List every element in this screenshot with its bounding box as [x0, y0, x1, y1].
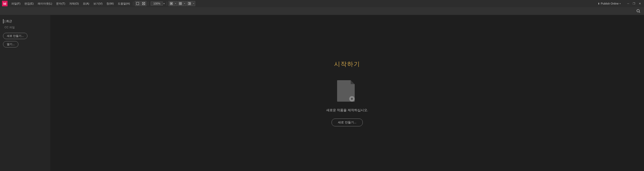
search-icon[interactable]	[635, 8, 642, 15]
close-button[interactable]: ✕	[638, 2, 642, 5]
svg-rect-6	[179, 2, 180, 3]
main-content: 시작하기 + 새로운 작품을 제작하십시오. 새로 만들기...	[50, 15, 644, 171]
separator-2	[148, 2, 148, 6]
new-doc-button[interactable]: 새로 만들기...	[332, 119, 363, 126]
menu-help[interactable]: 도움말(H)	[116, 1, 132, 6]
svg-rect-12	[190, 4, 191, 5]
sidebar-cc-label: CC 파일	[3, 25, 47, 29]
doc-shape: +	[337, 80, 355, 102]
svg-rect-5	[171, 3, 172, 4]
view-mode-2[interactable]: ▾	[178, 1, 186, 6]
view-icon-1-arrow[interactable]: ▾	[174, 1, 177, 6]
menu-bar: Id 파일(F) 편집(E) 레이아웃(L) 문자(T) 개체(O) 표(A) …	[0, 0, 644, 7]
publish-online-button[interactable]: ⬆ Publish Online ▾	[596, 2, 622, 6]
app-icon: Id	[2, 1, 8, 6]
separator-3	[167, 2, 167, 6]
publish-icon: ⬆	[598, 2, 600, 5]
zoom-control[interactable]: 100% ▾	[151, 2, 165, 6]
svg-rect-7	[181, 2, 182, 3]
sidebar-recent-label: | 최근	[3, 19, 47, 23]
zoom-value[interactable]: 100%	[151, 2, 163, 6]
search-area[interactable]	[635, 8, 642, 15]
svg-rect-0	[136, 2, 139, 5]
menu-file[interactable]: 파일(F)	[10, 1, 22, 6]
restore-button[interactable]: ❐	[632, 2, 636, 5]
menu-table[interactable]: 표(A)	[81, 1, 91, 6]
toolbar-row	[0, 7, 644, 15]
frame-icon-1[interactable]	[135, 1, 140, 6]
view-icon-3[interactable]	[187, 1, 192, 6]
svg-rect-11	[190, 2, 191, 3]
menu-bar-right: ⬆ Publish Online ▾ ─ ❐ ✕	[596, 2, 642, 6]
view-mode-1[interactable]: ▾	[169, 1, 177, 6]
menu-text[interactable]: 문자(T)	[54, 1, 67, 6]
minimize-button[interactable]: ─	[626, 2, 630, 5]
menu-view[interactable]: 보기(V)	[92, 1, 104, 6]
svg-point-13	[637, 9, 639, 12]
view-mode-3[interactable]: ▾	[187, 1, 195, 6]
zoom-arrow[interactable]: ▾	[163, 3, 165, 5]
view-icon-1[interactable]	[169, 1, 174, 6]
menu-object[interactable]: 개체(O)	[67, 1, 80, 6]
sidebar-open-button[interactable]: 열기...	[3, 41, 18, 47]
frame-icon-2[interactable]	[141, 1, 146, 6]
plus-badge: +	[349, 96, 355, 102]
new-doc-description: 새로운 작품을 제작하십시오.	[326, 108, 368, 112]
svg-rect-10	[188, 2, 189, 5]
svg-line-14	[639, 12, 640, 13]
window-controls: ─ ❐ ✕	[626, 2, 642, 5]
menu-window[interactable]: 창(W)	[105, 1, 115, 6]
svg-rect-8	[179, 4, 180, 5]
new-doc-icon: +	[337, 80, 357, 103]
svg-rect-9	[181, 4, 182, 5]
separator	[133, 2, 133, 6]
publish-online-label: Publish Online	[601, 2, 619, 5]
view-icon-2-arrow[interactable]: ▾	[183, 1, 186, 6]
doc-corner	[351, 80, 355, 84]
menu-edit[interactable]: 편집(E)	[23, 1, 35, 6]
left-sidebar: | 최근 CC 파일 새로 만들기... 열기...	[0, 15, 50, 171]
menu-layout[interactable]: 레이아웃(L)	[36, 1, 54, 6]
view-icon-3-arrow[interactable]: ▾	[192, 1, 195, 6]
view-icon-2[interactable]	[178, 1, 183, 6]
publish-dropdown-arrow[interactable]: ▾	[620, 3, 621, 5]
start-title: 시작하기	[334, 60, 360, 68]
sidebar-new-button[interactable]: 새로 만들기...	[3, 33, 27, 39]
